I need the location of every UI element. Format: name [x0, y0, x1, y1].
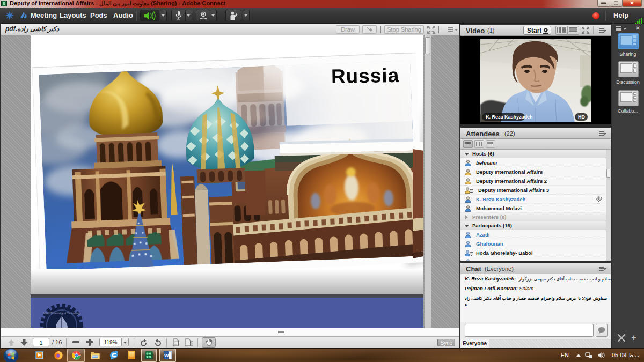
svg-text:Russia: Russia [331, 64, 400, 87]
svg-text:HD: HD [578, 114, 585, 120]
svg-text:K. Reza Kashyzadeh: K. Reza Kashyzadeh [486, 114, 533, 120]
svg-text:Sharif University of Technolog: Sharif University of Technology [42, 312, 80, 315]
